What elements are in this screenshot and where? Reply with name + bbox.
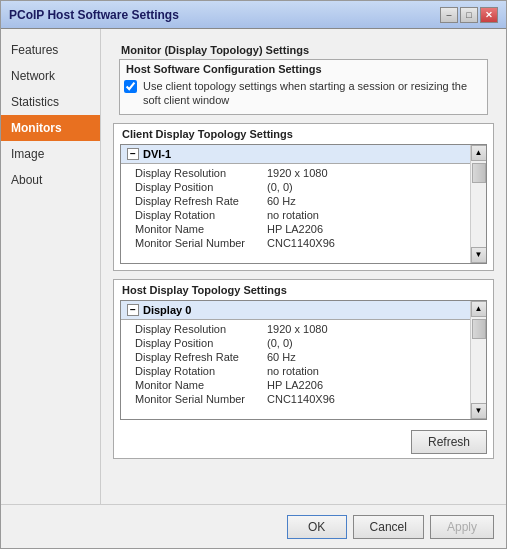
prop-value: HP LA2206 — [267, 379, 323, 391]
refresh-row: Refresh — [114, 426, 493, 458]
client-topology-group: Client Display Topology Settings − DVI-1… — [113, 123, 494, 271]
prop-label: Display Refresh Rate — [127, 351, 267, 363]
host-display-header: − Display 0 — [121, 301, 470, 320]
prop-value: CNC1140X96 — [267, 393, 335, 405]
prop-label: Display Refresh Rate — [127, 195, 267, 207]
table-row: Display Refresh Rate 60 Hz — [127, 350, 464, 364]
sidebar-item-statistics-label: Statistics — [11, 95, 59, 109]
prop-label: Monitor Serial Number — [127, 393, 267, 405]
host-display-props: Display Resolution 1920 x 1080 Display P… — [121, 320, 470, 408]
prop-value: HP LA2206 — [267, 223, 323, 235]
client-display-props: Display Resolution 1920 x 1080 Display P… — [121, 164, 470, 252]
page-title: Monitor (Display Topology) Settings — [113, 39, 494, 59]
client-collapse-icon[interactable]: − — [127, 148, 139, 160]
client-display-name: DVI-1 — [143, 148, 171, 160]
maximize-button[interactable]: □ — [460, 7, 478, 23]
prop-label: Monitor Name — [127, 379, 267, 391]
checkbox-row: Use client topology settings when starti… — [120, 77, 487, 110]
table-row: Display Resolution 1920 x 1080 — [127, 166, 464, 180]
sidebar: Features Network Statistics Monitors Ima… — [1, 29, 101, 504]
host-topology-group: Host Display Topology Settings − Display… — [113, 279, 494, 459]
close-button[interactable]: ✕ — [480, 7, 498, 23]
main-content: Features Network Statistics Monitors Ima… — [1, 29, 506, 504]
ok-button[interactable]: OK — [287, 515, 347, 539]
sidebar-item-image-label: Image — [11, 147, 44, 161]
prop-value: 60 Hz — [267, 351, 296, 363]
sidebar-item-features[interactable]: Features — [1, 37, 100, 63]
sidebar-item-network[interactable]: Network — [1, 63, 100, 89]
table-row: Monitor Name HP LA2206 — [127, 378, 464, 392]
prop-value: 1920 x 1080 — [267, 323, 328, 335]
host-display-scrollable: − Display 0 Display Resolution 1920 x 10… — [120, 300, 487, 420]
prop-value: 60 Hz — [267, 195, 296, 207]
client-scrollbar: ▲ ▼ — [470, 145, 486, 263]
prop-value: no rotation — [267, 365, 319, 377]
host-display-name: Display 0 — [143, 304, 191, 316]
scrollbar-thumb[interactable] — [472, 163, 486, 183]
prop-label: Display Position — [127, 337, 267, 349]
apply-button[interactable]: Apply — [430, 515, 494, 539]
scrollbar-up-button[interactable]: ▲ — [471, 301, 487, 317]
table-row: Display Rotation no rotation — [127, 208, 464, 222]
host-config-title: Host Software Configuration Settings — [120, 60, 487, 77]
prop-value: CNC1140X96 — [267, 237, 335, 249]
scrollbar-down-button[interactable]: ▼ — [471, 247, 487, 263]
scrollbar-up-button[interactable]: ▲ — [471, 145, 487, 161]
client-topology-title: Client Display Topology Settings — [114, 124, 493, 144]
host-config-group: Host Software Configuration Settings Use… — [119, 59, 488, 115]
cancel-button[interactable]: Cancel — [353, 515, 424, 539]
sidebar-item-network-label: Network — [11, 69, 55, 83]
prop-label: Display Rotation — [127, 365, 267, 377]
sidebar-item-about-label: About — [11, 173, 42, 187]
client-topology-checkbox[interactable] — [124, 80, 137, 93]
sidebar-item-statistics[interactable]: Statistics — [1, 89, 100, 115]
prop-value: (0, 0) — [267, 337, 293, 349]
main-window: PCoIP Host Software Settings – □ ✕ Featu… — [0, 0, 507, 549]
host-topology-title: Host Display Topology Settings — [114, 280, 493, 300]
table-row: Display Position (0, 0) — [127, 180, 464, 194]
host-scrollbar: ▲ ▼ — [470, 301, 486, 419]
checkbox-label: Use client topology settings when starti… — [143, 79, 483, 108]
prop-value: no rotation — [267, 209, 319, 221]
prop-label: Display Resolution — [127, 167, 267, 179]
scrollbar-thumb[interactable] — [472, 319, 486, 339]
content-area: Monitor (Display Topology) Settings Host… — [101, 29, 506, 504]
table-row: Display Rotation no rotation — [127, 364, 464, 378]
sidebar-item-monitors[interactable]: Monitors — [1, 115, 100, 141]
sidebar-item-image[interactable]: Image — [1, 141, 100, 167]
sidebar-item-features-label: Features — [11, 43, 58, 57]
title-bar: PCoIP Host Software Settings – □ ✕ — [1, 1, 506, 29]
host-collapse-icon[interactable]: − — [127, 304, 139, 316]
table-row: Display Resolution 1920 x 1080 — [127, 322, 464, 336]
table-row: Display Refresh Rate 60 Hz — [127, 194, 464, 208]
window-title: PCoIP Host Software Settings — [9, 8, 440, 22]
minimize-button[interactable]: – — [440, 7, 458, 23]
prop-label: Display Position — [127, 181, 267, 193]
sidebar-item-about[interactable]: About — [1, 167, 100, 193]
client-dvi-header: − DVI-1 — [121, 145, 470, 164]
prop-value: (0, 0) — [267, 181, 293, 193]
table-row: Monitor Name HP LA2206 — [127, 222, 464, 236]
footer: OK Cancel Apply — [1, 504, 506, 548]
client-display-inner: − DVI-1 Display Resolution 1920 x 1080 D… — [121, 145, 470, 263]
prop-label: Monitor Serial Number — [127, 237, 267, 249]
prop-label: Monitor Name — [127, 223, 267, 235]
scrollbar-down-button[interactable]: ▼ — [471, 403, 487, 419]
sidebar-item-monitors-label: Monitors — [11, 121, 62, 135]
title-bar-buttons: – □ ✕ — [440, 7, 498, 23]
host-display-inner: − Display 0 Display Resolution 1920 x 10… — [121, 301, 470, 419]
prop-label: Display Resolution — [127, 323, 267, 335]
client-display-scrollable: − DVI-1 Display Resolution 1920 x 1080 D… — [120, 144, 487, 264]
table-row: Monitor Serial Number CNC1140X96 — [127, 236, 464, 250]
prop-label: Display Rotation — [127, 209, 267, 221]
refresh-button[interactable]: Refresh — [411, 430, 487, 454]
table-row: Monitor Serial Number CNC1140X96 — [127, 392, 464, 406]
prop-value: 1920 x 1080 — [267, 167, 328, 179]
table-row: Display Position (0, 0) — [127, 336, 464, 350]
